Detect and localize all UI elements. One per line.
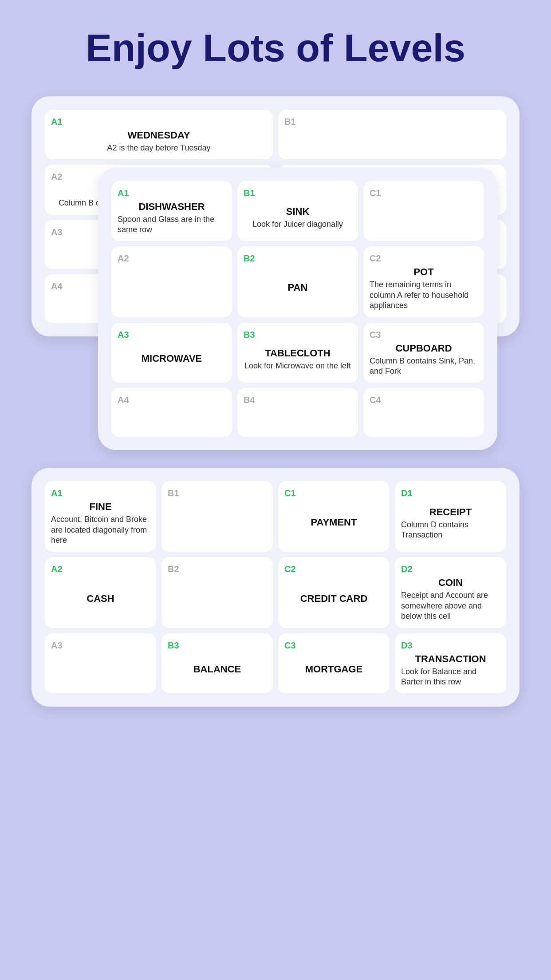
page-title: Enjoy Lots of Levels [86, 27, 465, 70]
cell-desc: Account, Bitcoin and Broke are located d… [51, 514, 150, 545]
cell-c1-dish: C1 [363, 181, 484, 241]
cell-desc: Look for Microwave on the left [244, 361, 351, 371]
cell-c1-fin: C1 PAYMENT [278, 481, 390, 552]
cell-title: FINE [89, 501, 111, 513]
cell-title: POT [413, 266, 433, 278]
cell-d3-fin: D3 TRANSACTION Look for Balance and Bart… [395, 633, 506, 694]
cell-label: D2 [401, 564, 500, 574]
cell-label: A1 [118, 188, 226, 198]
cell-a1-dish: A1 DISHWASHER Spoon and Glass are in the… [111, 181, 232, 241]
cell-title: TRANSACTION [415, 653, 486, 665]
cell-d1-fin: D1 RECEIPT Column D contains Transaction [395, 481, 506, 552]
cell-title: WEDNESDAY [128, 130, 190, 141]
cell-label: C3 [284, 640, 383, 651]
cell-desc: Receipt and Account are somewhere above … [401, 590, 500, 621]
cell-label: A3 [51, 640, 150, 651]
cell-label: C2 [370, 253, 478, 264]
cell-a1-fin: A1 FINE Account, Bitcoin and Broke are l… [45, 481, 156, 552]
cell-c4-dish: C4 [363, 388, 484, 437]
cell-title: MORTGAGE [305, 664, 363, 675]
cell-title: RECEIPT [429, 506, 472, 518]
cell-desc: Column D contains Transaction [401, 520, 500, 541]
cell-label: B4 [244, 395, 352, 405]
cell-c2-dish: C2 POT The remaining terms in column A r… [363, 246, 484, 317]
cell-desc: Look for Juicer diagonally [252, 219, 343, 229]
cell-a4-dish: A4 [111, 388, 232, 437]
puzzle-card-dishwasher: A1 DISHWASHER Spoon and Glass are in the… [98, 168, 497, 450]
cell-label: C2 [284, 564, 383, 574]
cell-label: B2 [244, 253, 352, 264]
cell-a2-fin: A2 CASH [45, 557, 156, 628]
cell-title: SINK [286, 206, 310, 217]
cell-d2-fin: D2 COIN Receipt and Account are somewher… [395, 557, 506, 628]
cell-desc: A2 is the day before Tuesday [107, 143, 210, 153]
cell-a3-fin: A3 [45, 633, 156, 694]
cell-a1-wednesday: A1 WEDNESDAY A2 is the day before Tuesda… [45, 110, 273, 159]
cell-label: D3 [401, 640, 500, 651]
cell-label: C1 [370, 188, 478, 198]
cell-title: CASH [87, 593, 114, 605]
cell-b1-wednesday: B1 [278, 110, 506, 159]
cell-label: B3 [168, 640, 267, 651]
cell-b3-fin: B3 BALANCE [161, 633, 273, 694]
cell-label: B1 [168, 488, 267, 498]
cell-b4-dish: B4 [237, 388, 358, 437]
cell-label: A1 [51, 488, 150, 498]
cell-label: C3 [370, 330, 478, 340]
cell-c2-fin: C2 CREDIT CARD [278, 557, 390, 628]
cell-a3-dish: A3 MICROWAVE [111, 323, 232, 383]
cell-b2-fin: B2 [161, 557, 273, 628]
cell-desc: Spoon and Glass are in the same row [118, 214, 226, 235]
cell-label: B2 [168, 564, 267, 574]
cell-title: BALANCE [193, 664, 241, 675]
cell-title: CREDIT CARD [300, 593, 368, 605]
cell-title: COIN [438, 577, 463, 589]
cell-label: B3 [244, 330, 352, 340]
cell-c3-fin: C3 MORTGAGE [278, 633, 390, 694]
cell-a2-dish: A2 [111, 246, 232, 317]
cell-label: C1 [284, 488, 383, 498]
cell-b1-dish: B1 SINK Look for Juicer diagonally [237, 181, 358, 241]
cell-label: A3 [118, 330, 226, 340]
cell-b1-fin: B1 [161, 481, 273, 552]
cell-desc: Column B contains Sink, Pan, and Fork [370, 356, 478, 377]
cell-label: A1 [51, 117, 267, 127]
cell-label: B1 [244, 188, 352, 198]
cell-c3-dish: C3 CUPBOARD Column B contains Sink, Pan,… [363, 323, 484, 383]
cell-desc: Look for Balance and Barter in this row [401, 667, 500, 688]
puzzle-card-finance: A1 FINE Account, Bitcoin and Broke are l… [31, 468, 520, 707]
cell-b3-dish: B3 TABLECLOTH Look for Microwave on the … [237, 323, 358, 383]
cell-b2-dish: B2 PAN [237, 246, 358, 317]
cell-label: C4 [370, 395, 478, 405]
cell-label: D1 [401, 488, 500, 498]
cell-desc: The remaining terms in column A refer to… [370, 280, 478, 311]
cell-title: PAYMENT [311, 517, 357, 528]
cards-stack: A1 WEDNESDAY A2 is the day before Tuesda… [31, 96, 520, 450]
cell-label: A2 [118, 253, 226, 264]
cell-title: TABLECLOTH [265, 348, 330, 359]
cell-label: B1 [284, 117, 500, 127]
cell-title: PAN [288, 282, 308, 293]
cell-title: CUPBOARD [395, 343, 452, 354]
cell-title: MICROWAVE [142, 353, 202, 364]
cell-title: DISHWASHER [138, 201, 205, 213]
cell-label: A4 [118, 395, 226, 405]
cell-label: A2 [51, 564, 150, 574]
